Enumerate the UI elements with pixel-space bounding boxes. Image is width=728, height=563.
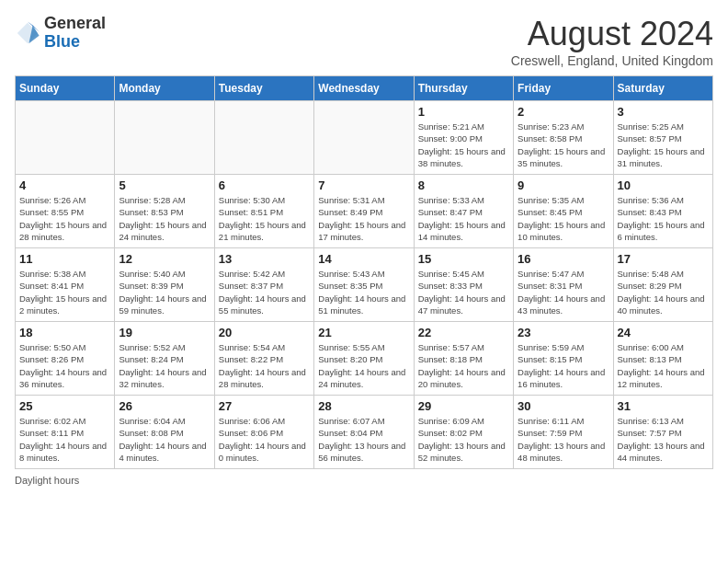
day-number: 7	[318, 178, 409, 192]
calendar-cell: 23Sunrise: 5:59 AMSunset: 8:15 PMDayligh…	[514, 322, 613, 396]
header-row: Sunday Monday Tuesday Wednesday Thursday…	[16, 76, 713, 101]
col-sunday: Sunday	[16, 76, 115, 101]
title-area: August 2024 Creswell, England, United Ki…	[511, 15, 713, 68]
day-info: Sunrise: 5:26 AMSunset: 8:55 PMDaylight:…	[19, 194, 110, 243]
day-number: 26	[119, 399, 210, 413]
calendar-table: Sunday Monday Tuesday Wednesday Thursday…	[15, 75, 713, 469]
month-year-title: August 2024	[511, 15, 713, 53]
calendar-cell: 21Sunrise: 5:55 AMSunset: 8:20 PMDayligh…	[314, 322, 414, 396]
calendar-cell: 3Sunrise: 5:25 AMSunset: 8:57 PMDaylight…	[613, 101, 712, 175]
day-number: 2	[518, 105, 609, 119]
day-info: Sunrise: 5:47 AMSunset: 8:31 PMDaylight:…	[518, 268, 609, 316]
calendar-cell: 7Sunrise: 5:31 AMSunset: 8:49 PMDaylight…	[314, 175, 414, 248]
col-monday: Monday	[115, 76, 214, 101]
day-info: Sunrise: 5:30 AMSunset: 8:51 PMDaylight:…	[219, 194, 310, 243]
day-number: 25	[19, 399, 110, 413]
day-info: Sunrise: 6:11 AMSunset: 7:59 PMDaylight:…	[518, 415, 609, 464]
day-number: 14	[318, 252, 409, 266]
day-number: 16	[518, 252, 609, 266]
calendar-cell: 12Sunrise: 5:40 AMSunset: 8:39 PMDayligh…	[115, 248, 214, 322]
calendar-cell: 31Sunrise: 6:13 AMSunset: 7:57 PMDayligh…	[613, 396, 712, 469]
calendar-cell: 10Sunrise: 5:36 AMSunset: 8:43 PMDayligh…	[613, 175, 712, 248]
day-info: Sunrise: 5:38 AMSunset: 8:41 PMDaylight:…	[19, 268, 110, 316]
day-info: Sunrise: 5:54 AMSunset: 8:22 PMDaylight:…	[219, 341, 310, 390]
calendar-cell: 24Sunrise: 6:00 AMSunset: 8:13 PMDayligh…	[613, 322, 712, 396]
day-info: Sunrise: 5:48 AMSunset: 8:29 PMDaylight:…	[618, 268, 709, 316]
col-tuesday: Tuesday	[214, 76, 313, 101]
day-number: 6	[219, 178, 310, 192]
calendar-cell: 30Sunrise: 6:11 AMSunset: 7:59 PMDayligh…	[514, 396, 613, 469]
calendar-cell: 20Sunrise: 5:54 AMSunset: 8:22 PMDayligh…	[214, 322, 313, 396]
day-number: 4	[19, 178, 110, 192]
day-number: 22	[418, 326, 509, 339]
calendar-cell: 25Sunrise: 6:02 AMSunset: 8:11 PMDayligh…	[16, 396, 115, 469]
day-info: Sunrise: 6:13 AMSunset: 7:57 PMDaylight:…	[618, 415, 709, 464]
day-number: 31	[618, 399, 709, 413]
logo-icon	[15, 20, 40, 46]
col-thursday: Thursday	[414, 76, 513, 101]
day-number: 24	[618, 326, 709, 339]
day-number: 23	[518, 326, 609, 339]
day-info: Sunrise: 5:35 AMSunset: 8:45 PMDaylight:…	[518, 194, 609, 243]
day-number: 29	[418, 399, 509, 413]
calendar-cell: 6Sunrise: 5:30 AMSunset: 8:51 PMDaylight…	[214, 175, 313, 248]
day-info: Sunrise: 5:45 AMSunset: 8:33 PMDaylight:…	[418, 268, 509, 316]
day-info: Sunrise: 5:52 AMSunset: 8:24 PMDaylight:…	[119, 341, 210, 390]
calendar-cell: 14Sunrise: 5:43 AMSunset: 8:35 PMDayligh…	[314, 248, 414, 322]
day-info: Sunrise: 5:42 AMSunset: 8:37 PMDaylight:…	[219, 268, 310, 316]
day-number: 11	[19, 252, 110, 266]
calendar-cell: 16Sunrise: 5:47 AMSunset: 8:31 PMDayligh…	[514, 248, 613, 322]
day-info: Sunrise: 6:07 AMSunset: 8:04 PMDaylight:…	[318, 415, 409, 464]
day-number: 5	[119, 178, 210, 192]
calendar-cell: 11Sunrise: 5:38 AMSunset: 8:41 PMDayligh…	[16, 248, 115, 322]
day-info: Sunrise: 5:40 AMSunset: 8:39 PMDaylight:…	[119, 268, 210, 316]
calendar-cell: 9Sunrise: 5:35 AMSunset: 8:45 PMDaylight…	[514, 175, 613, 248]
calendar-cell: 4Sunrise: 5:26 AMSunset: 8:55 PMDaylight…	[16, 175, 115, 248]
calendar-cell: 18Sunrise: 5:50 AMSunset: 8:26 PMDayligh…	[16, 322, 115, 396]
day-info: Sunrise: 5:33 AMSunset: 8:47 PMDaylight:…	[418, 194, 509, 243]
calendar-cell	[214, 101, 313, 175]
calendar-cell: 26Sunrise: 6:04 AMSunset: 8:08 PMDayligh…	[115, 396, 214, 469]
day-number: 15	[418, 252, 509, 266]
calendar-cell: 19Sunrise: 5:52 AMSunset: 8:24 PMDayligh…	[115, 322, 214, 396]
logo-blue: Blue	[44, 32, 80, 51]
day-number: 9	[518, 178, 609, 192]
day-number: 1	[418, 105, 509, 119]
day-info: Sunrise: 5:55 AMSunset: 8:20 PMDaylight:…	[318, 341, 409, 390]
day-number: 30	[518, 399, 609, 413]
logo-text: General Blue	[44, 15, 106, 52]
calendar-cell: 15Sunrise: 5:45 AMSunset: 8:33 PMDayligh…	[414, 248, 513, 322]
day-number: 18	[19, 326, 110, 339]
col-friday: Friday	[514, 76, 613, 101]
day-info: Sunrise: 6:06 AMSunset: 8:06 PMDaylight:…	[219, 415, 310, 464]
calendar-cell: 5Sunrise: 5:28 AMSunset: 8:53 PMDaylight…	[115, 175, 214, 248]
day-number: 13	[219, 252, 310, 266]
calendar-cell	[115, 101, 214, 175]
calendar-cell: 22Sunrise: 5:57 AMSunset: 8:18 PMDayligh…	[414, 322, 513, 396]
calendar-cell	[314, 101, 414, 175]
calendar-week-3: 11Sunrise: 5:38 AMSunset: 8:41 PMDayligh…	[16, 248, 713, 322]
day-number: 19	[119, 326, 210, 339]
location-subtitle: Creswell, England, United Kingdom	[511, 53, 713, 68]
logo-general: General	[44, 14, 106, 32]
day-info: Sunrise: 5:23 AMSunset: 8:58 PMDaylight:…	[518, 121, 609, 169]
day-info: Sunrise: 6:09 AMSunset: 8:02 PMDaylight:…	[418, 415, 509, 464]
calendar-cell: 2Sunrise: 5:23 AMSunset: 8:58 PMDaylight…	[514, 101, 613, 175]
day-info: Sunrise: 6:00 AMSunset: 8:13 PMDaylight:…	[618, 341, 709, 390]
calendar-cell: 29Sunrise: 6:09 AMSunset: 8:02 PMDayligh…	[414, 396, 513, 469]
day-number: 20	[219, 326, 310, 339]
calendar-cell: 27Sunrise: 6:06 AMSunset: 8:06 PMDayligh…	[214, 396, 313, 469]
calendar-cell: 13Sunrise: 5:42 AMSunset: 8:37 PMDayligh…	[214, 248, 313, 322]
day-number: 28	[318, 399, 409, 413]
calendar-week-1: 1Sunrise: 5:21 AMSunset: 9:00 PMDaylight…	[16, 101, 713, 175]
day-number: 27	[219, 399, 310, 413]
calendar-week-5: 25Sunrise: 6:02 AMSunset: 8:11 PMDayligh…	[16, 396, 713, 469]
calendar-cell	[16, 101, 115, 175]
calendar-week-2: 4Sunrise: 5:26 AMSunset: 8:55 PMDaylight…	[16, 175, 713, 248]
day-info: Sunrise: 5:25 AMSunset: 8:57 PMDaylight:…	[618, 121, 709, 169]
day-number: 3	[618, 105, 709, 119]
calendar-week-4: 18Sunrise: 5:50 AMSunset: 8:26 PMDayligh…	[16, 322, 713, 396]
calendar-cell: 1Sunrise: 5:21 AMSunset: 9:00 PMDaylight…	[414, 101, 513, 175]
day-info: Sunrise: 5:36 AMSunset: 8:43 PMDaylight:…	[618, 194, 709, 243]
day-info: Sunrise: 5:43 AMSunset: 8:35 PMDaylight:…	[318, 268, 409, 316]
